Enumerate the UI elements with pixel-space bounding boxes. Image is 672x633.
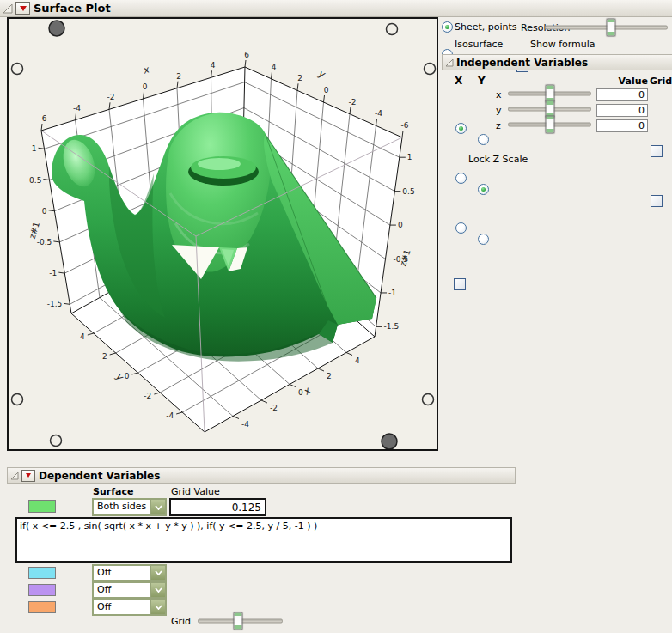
independent-variables-header[interactable]: Independent Variables bbox=[442, 54, 672, 70]
iv-x-axis-radio-y[interactable] bbox=[478, 134, 489, 145]
disclosure-triangle-icon[interactable] bbox=[3, 3, 14, 15]
rotation-handle[interactable] bbox=[51, 435, 62, 447]
svg-text:0: 0 bbox=[143, 82, 148, 91]
resolution-slider[interactable] bbox=[544, 21, 669, 33]
iv-y-value-field[interactable]: 0 bbox=[596, 104, 648, 117]
iv-x-slider[interactable] bbox=[507, 88, 592, 100]
plot-3d-panel[interactable]: -6-4-20246420-2-4-6420-2-4-4-2024110.50.… bbox=[7, 17, 438, 451]
svg-text:4: 4 bbox=[80, 332, 85, 341]
iv-z-value-field[interactable]: 0 bbox=[596, 119, 648, 132]
iv-col-x-header: X bbox=[455, 75, 462, 87]
page-title: Surface Plot bbox=[34, 2, 111, 15]
svg-text:-2: -2 bbox=[144, 392, 151, 400]
red-triangle-icon bbox=[20, 6, 27, 11]
svg-text:-1.5: -1.5 bbox=[47, 300, 63, 308]
svg-text:4: 4 bbox=[272, 63, 277, 71]
slot-color-swatch[interactable] bbox=[28, 584, 56, 596]
chevron-down-icon bbox=[155, 587, 162, 593]
svg-text:-0.5: -0.5 bbox=[37, 238, 52, 247]
iv-x-value-field[interactable]: 0 bbox=[596, 88, 648, 101]
svg-text:x: x bbox=[141, 64, 150, 76]
svg-text:-1: -1 bbox=[49, 269, 57, 277]
iv-y-axis-radio-y[interactable] bbox=[478, 184, 489, 195]
rotation-handle[interactable] bbox=[425, 64, 436, 75]
svg-text:0: 0 bbox=[398, 221, 403, 229]
rotation-handle[interactable] bbox=[387, 24, 398, 35]
grid-slider-thumb[interactable] bbox=[234, 612, 243, 630]
rotation-handle[interactable] bbox=[12, 394, 23, 405]
slot-color-swatch[interactable] bbox=[28, 601, 56, 613]
svg-text:-2: -2 bbox=[349, 98, 357, 107]
svg-text:4: 4 bbox=[355, 356, 360, 365]
svg-text:2: 2 bbox=[176, 72, 181, 81]
disclosure-triangle-icon[interactable] bbox=[10, 471, 20, 481]
surface-column-header: Surface bbox=[93, 486, 133, 497]
chevron-down-icon bbox=[155, 505, 162, 510]
red-menu-button[interactable] bbox=[15, 2, 30, 15]
iv-col-y-header: Y bbox=[478, 75, 486, 87]
svg-text:z#1: z#1 bbox=[398, 248, 412, 267]
surface-style-dropdown[interactable]: Both sides bbox=[92, 498, 167, 516]
slot-color-swatch[interactable] bbox=[28, 567, 56, 579]
slot-3-dropdown[interactable]: Off bbox=[92, 599, 167, 616]
iv-y-slider[interactable] bbox=[507, 103, 592, 115]
radio-sheet-points[interactable] bbox=[442, 21, 453, 33]
svg-text:4: 4 bbox=[211, 61, 216, 70]
rotation-handle[interactable] bbox=[423, 394, 434, 405]
rotation-handle-filled[interactable] bbox=[382, 434, 397, 449]
titlebar: Surface Plot bbox=[0, 0, 672, 17]
iv-y-axis-radio-x[interactable] bbox=[455, 173, 467, 184]
rotation-handle[interactable] bbox=[12, 64, 23, 75]
formula-box[interactable]: if( x <= 2.5 , sin( sqrt( x * x + y * y … bbox=[15, 517, 512, 563]
svg-text:-4: -4 bbox=[73, 104, 81, 113]
iv-grid-header: Grid bbox=[650, 76, 672, 87]
svg-text:-6: -6 bbox=[40, 114, 47, 123]
svg-text:0: 0 bbox=[324, 86, 329, 94]
surface-color-swatch[interactable] bbox=[28, 500, 56, 513]
red-triangle-icon bbox=[26, 473, 31, 478]
surface-plot-canvas[interactable]: -6-4-20246420-2-4-6420-2-4-4-2024110.50.… bbox=[9, 19, 437, 449]
iv-x-grid-checkbox[interactable] bbox=[651, 145, 663, 157]
iv-value-header: Value bbox=[596, 76, 648, 87]
grid-value-field[interactable]: -0.125 bbox=[169, 498, 266, 516]
dependent-variables-title: Dependent Variables bbox=[39, 470, 160, 482]
svg-text:-1.5: -1.5 bbox=[384, 322, 400, 331]
svg-text:0.5: 0.5 bbox=[402, 187, 414, 196]
slot-2-dropdown[interactable]: Off bbox=[92, 581, 167, 599]
independent-variables-title: Independent Variables bbox=[456, 57, 588, 69]
iv-z-slider-thumb[interactable] bbox=[545, 116, 554, 134]
slot-1-dropdown[interactable]: Off bbox=[92, 564, 167, 581]
resolution-slider-thumb[interactable] bbox=[607, 18, 616, 36]
slot-3-value: Off bbox=[94, 600, 150, 614]
surface-style-value: Both sides bbox=[94, 500, 150, 514]
iv-row-label: y bbox=[496, 105, 502, 116]
iv-z-axis-radio-x[interactable] bbox=[455, 222, 467, 234]
slot-1-value: Off bbox=[94, 566, 150, 580]
chevron-down-icon bbox=[155, 605, 162, 610]
radio-isosurface-label: Isosurface bbox=[455, 39, 503, 50]
disclosure-triangle-icon[interactable] bbox=[445, 58, 455, 68]
red-menu-button[interactable] bbox=[21, 470, 35, 482]
iv-y-grid-checkbox[interactable] bbox=[651, 195, 663, 207]
iv-z-slider[interactable] bbox=[507, 119, 592, 131]
svg-text:6: 6 bbox=[244, 51, 249, 59]
grid-value-column-header: Grid Value bbox=[171, 486, 220, 497]
dropdown-button[interactable] bbox=[150, 566, 165, 580]
lock-z-scale-checkbox[interactable] bbox=[454, 278, 466, 290]
svg-text:0.5: 0.5 bbox=[29, 176, 41, 185]
iv-z-axis-radio-y[interactable] bbox=[478, 234, 489, 245]
svg-text:1: 1 bbox=[407, 153, 412, 161]
dependent-variables-header[interactable]: Dependent Variables bbox=[7, 467, 516, 484]
dropdown-button[interactable] bbox=[150, 500, 165, 514]
svg-text:-6: -6 bbox=[401, 121, 409, 130]
svg-text:-1: -1 bbox=[388, 289, 396, 297]
grid-slider-label: Grid bbox=[171, 616, 191, 627]
dropdown-button[interactable] bbox=[150, 600, 165, 614]
jmp-surface-plot-window: { "window": { "title": "Surface Plot" },… bbox=[0, 0, 672, 633]
iv-x-axis-radio-x[interactable] bbox=[455, 123, 467, 134]
rotation-handle-filled[interactable] bbox=[49, 21, 64, 36]
radio-sheet-points-label: Sheet, points bbox=[455, 21, 517, 33]
grid-slider[interactable] bbox=[197, 615, 284, 627]
dropdown-button[interactable] bbox=[150, 583, 165, 597]
svg-text:2: 2 bbox=[102, 352, 107, 361]
